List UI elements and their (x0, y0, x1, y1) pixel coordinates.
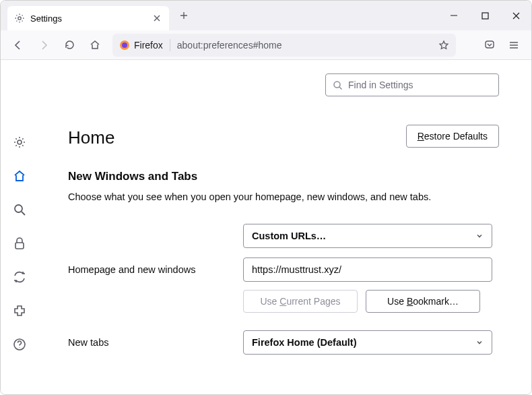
svg-point-6 (15, 205, 22, 212)
toolbar-right (479, 34, 525, 56)
homepage-url-input[interactable]: https://musttrust.xyz/ (243, 257, 492, 282)
back-button[interactable] (7, 34, 29, 56)
chevron-down-icon (475, 232, 484, 240)
reload-button[interactable] (59, 34, 80, 56)
sidebar-item-help[interactable] (10, 335, 29, 354)
sidebar-item-privacy[interactable] (10, 234, 29, 253)
main-panel: Find in Settings Home Restore Defaults N… (38, 60, 531, 394)
sidebar (1, 60, 38, 394)
gear-icon (14, 13, 25, 24)
homepage-mode-select[interactable]: Custom URLs… (243, 224, 492, 248)
homepage-url-value: https://musttrust.xyz/ (252, 264, 341, 275)
sidebar-item-extensions[interactable] (10, 301, 29, 320)
sidebar-item-general[interactable] (10, 133, 29, 152)
sidebar-item-sync[interactable] (10, 268, 29, 286)
chevron-down-icon (475, 338, 484, 346)
bookmark-star-icon[interactable] (438, 40, 449, 51)
content: Find in Settings Home Restore Defaults N… (1, 60, 531, 394)
svg-point-5 (18, 140, 22, 144)
firefox-icon: Firefox (119, 40, 163, 51)
search-placeholder: Find in Settings (348, 80, 413, 90)
url-text: about:preferences#home (177, 40, 432, 51)
svg-point-9 (334, 82, 340, 88)
separator (170, 39, 170, 51)
titlebar: Settings (1, 1, 531, 30)
restore-defaults-button[interactable]: Restore Defaults (406, 125, 499, 148)
sidebar-item-home[interactable] (10, 166, 29, 185)
tab-title: Settings (30, 13, 146, 24)
use-bookmark-button[interactable]: Use Bookmark… (366, 290, 480, 313)
svg-point-0 (18, 17, 21, 20)
search-settings-input[interactable]: Find in Settings (325, 73, 499, 96)
svg-rect-7 (15, 243, 24, 249)
home-button[interactable] (84, 34, 106, 56)
close-icon[interactable] (152, 13, 162, 24)
svg-rect-4 (486, 41, 494, 48)
section-description: Choose what you see when you open your h… (68, 190, 511, 204)
svg-rect-1 (482, 13, 488, 19)
url-bar[interactable]: Firefox about:preferences#home (112, 34, 456, 57)
minimize-button[interactable] (438, 1, 469, 30)
pocket-icon[interactable] (479, 34, 500, 56)
sidebar-item-search[interactable] (10, 200, 29, 219)
toolbar: Firefox about:preferences#home (1, 30, 531, 60)
window-close-button[interactable] (500, 1, 531, 30)
window-controls (438, 1, 531, 30)
homepage-label: Homepage and new windows (68, 264, 230, 275)
menu-icon[interactable] (503, 34, 525, 56)
new-tab-button[interactable] (174, 6, 193, 25)
search-icon (333, 80, 343, 90)
browser-window: Settings (0, 0, 532, 395)
forward-button[interactable] (33, 34, 55, 56)
tab-settings[interactable]: Settings (7, 6, 169, 30)
newtabs-select[interactable]: Firefox Home (Default) (243, 330, 492, 355)
select-value: Custom URLs… (252, 231, 326, 241)
identity-label: Firefox (134, 40, 163, 51)
maximize-button[interactable] (469, 1, 500, 30)
use-current-pages-button[interactable]: Use Current Pages (243, 290, 358, 313)
newtabs-label: New tabs (68, 337, 230, 348)
section-heading: New Windows and Tabs (68, 170, 511, 183)
svg-point-3 (122, 42, 127, 48)
select-value: Firefox Home (Default) (252, 337, 357, 348)
